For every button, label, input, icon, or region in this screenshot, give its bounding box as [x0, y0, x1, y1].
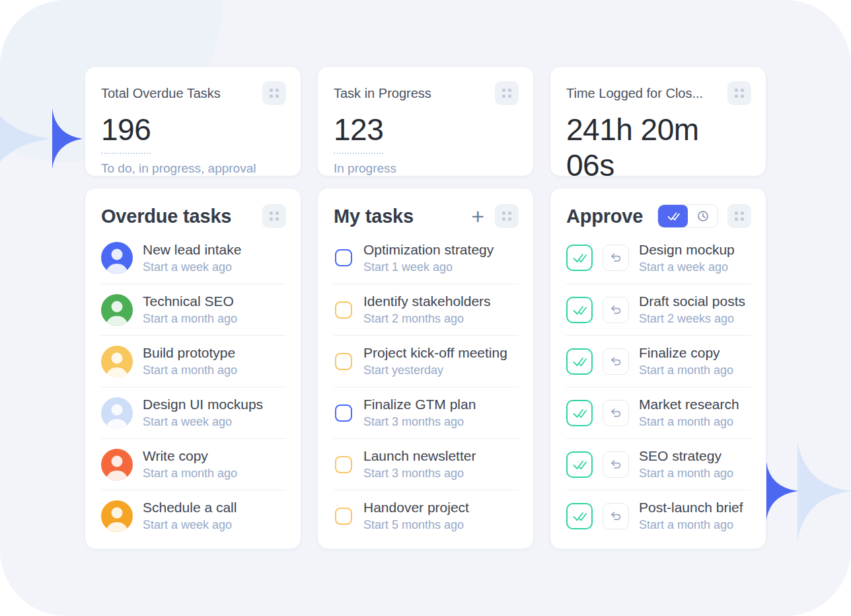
overdue-tasks-card: Overdue tasks New lead intake Start a we…: [85, 188, 301, 549]
stat-card-time-logged: Time Logged for Clos... 241h 20m 06s Com…: [550, 66, 766, 176]
task-start: Start 5 months ago: [363, 518, 469, 532]
return-button[interactable]: [603, 503, 629, 529]
task-title: Optimization strategy: [363, 242, 494, 258]
stat-value: 196: [101, 112, 151, 154]
task-row[interactable]: New lead intake Start a week ago: [101, 232, 286, 284]
undo-icon: [609, 406, 622, 420]
grid-handle-icon[interactable]: [262, 81, 286, 105]
task-title: Finalize GTM plan: [363, 397, 476, 412]
stat-card-total-overdue: Total Overdue Tasks 196 To do, in progre…: [85, 66, 301, 176]
task-checkbox[interactable]: [335, 249, 352, 266]
task-title: Project kick-off meeting: [363, 345, 507, 361]
task-title: Schedule a call: [143, 500, 237, 516]
task-checkbox[interactable]: [335, 353, 352, 370]
task-start: Start a month ago: [143, 312, 237, 326]
task-title: Draft social posts: [639, 293, 745, 309]
task-row[interactable]: Market research Start a month ago: [566, 387, 751, 438]
approve-button[interactable]: [566, 297, 593, 323]
filter-approved-button[interactable]: [658, 205, 688, 227]
task-start: Start 2 months ago: [363, 312, 491, 326]
stat-title: Task in Progress: [334, 81, 431, 105]
double-check-icon: [572, 356, 587, 367]
double-check-icon: [572, 407, 587, 419]
approve-button[interactable]: [566, 348, 593, 375]
filter-pending-button[interactable]: [688, 205, 718, 227]
task-title: SEO strategy: [639, 448, 733, 464]
task-title: Launch newsletter: [363, 448, 476, 464]
task-start: Start a month ago: [639, 415, 739, 429]
task-row[interactable]: Finalize copy Start a month ago: [566, 335, 751, 387]
task-checkbox[interactable]: [335, 404, 352, 422]
task-start: Start 3 months ago: [363, 467, 476, 481]
grid-handle-icon[interactable]: [727, 204, 751, 228]
task-row[interactable]: Design UI mockups Start a week ago: [101, 387, 286, 438]
return-button[interactable]: [603, 245, 629, 271]
undo-icon: [609, 510, 622, 523]
assignee-avatar: [101, 449, 133, 481]
approve-card: Approve: [550, 188, 766, 549]
approve-button[interactable]: [566, 451, 593, 478]
return-button[interactable]: [603, 348, 629, 375]
task-row[interactable]: Schedule a call Start a week ago: [101, 490, 286, 541]
task-title: Design mockup: [639, 242, 735, 258]
undo-icon: [609, 251, 622, 264]
task-start: Start 1 week ago: [363, 260, 494, 274]
stat-value: 123: [334, 112, 383, 154]
task-row[interactable]: Handover project Start 5 months ago: [334, 490, 519, 541]
add-task-button[interactable]: +: [470, 205, 486, 227]
task-row[interactable]: Design mockup Start a week ago: [566, 232, 751, 284]
task-title: Market research: [639, 397, 739, 412]
task-title: Technical SEO: [143, 293, 237, 309]
return-button[interactable]: [603, 451, 629, 478]
task-start: Start a month ago: [143, 364, 237, 377]
approve-button[interactable]: [566, 245, 593, 271]
task-start: Start a month ago: [639, 518, 743, 532]
undo-icon: [609, 355, 622, 368]
task-checkbox[interactable]: [335, 456, 352, 473]
grid-handle-icon[interactable]: [495, 204, 519, 228]
assignee-avatar: [101, 397, 133, 429]
approve-button[interactable]: [566, 400, 593, 426]
double-check-icon: [572, 252, 587, 264]
approve-filter-toggle: [657, 204, 718, 228]
task-start: Start a month ago: [639, 364, 733, 377]
approve-button[interactable]: [566, 503, 593, 529]
assignee-avatar: [101, 294, 133, 326]
task-row[interactable]: Project kick-off meeting Start yesterday: [334, 335, 519, 387]
stat-subtitle: In progress: [334, 161, 519, 176]
task-start: Start a month ago: [143, 467, 237, 481]
grid-handle-icon[interactable]: [262, 204, 286, 228]
task-row[interactable]: Post-launch brief Start a month ago: [566, 490, 751, 541]
stat-title: Total Overdue Tasks: [101, 81, 221, 105]
task-row[interactable]: Write copy Start a month ago: [101, 438, 286, 490]
task-row[interactable]: Launch newsletter Start 3 months ago: [334, 438, 519, 490]
task-row[interactable]: SEO strategy Start a month ago: [566, 438, 751, 490]
task-row[interactable]: Optimization strategy Start 1 week ago: [334, 232, 519, 284]
assignee-avatar: [101, 242, 133, 274]
task-title: Handover project: [363, 500, 469, 516]
return-button[interactable]: [603, 400, 629, 426]
card-title: Approve: [566, 206, 657, 227]
grid-handle-icon[interactable]: [495, 81, 519, 105]
task-row[interactable]: Build prototype Start a month ago: [101, 335, 286, 387]
dashboard-page: Total Overdue Tasks 196 To do, in progre…: [0, 0, 851, 616]
task-row[interactable]: Technical SEO Start a month ago: [101, 284, 286, 335]
task-checkbox[interactable]: [335, 508, 352, 525]
task-start: Start 2 weeks ago: [639, 312, 745, 326]
my-task-list: Optimization strategy Start 1 week ago I…: [318, 232, 533, 541]
card-title: Overdue tasks: [101, 206, 262, 227]
double-check-icon: [572, 304, 587, 316]
task-row[interactable]: Draft social posts Start 2 weeks ago: [566, 284, 751, 335]
task-checkbox[interactable]: [335, 301, 352, 319]
task-row[interactable]: Identify stakeholders Start 2 months ago: [334, 284, 519, 335]
stat-card-in-progress: Task in Progress 123 In progress: [317, 66, 534, 176]
stat-value: 241h 20m 06s: [566, 112, 751, 176]
double-check-icon: [667, 211, 680, 221]
task-row[interactable]: Finalize GTM plan Start 3 months ago: [334, 387, 519, 438]
undo-icon: [609, 303, 622, 317]
grid-handle-icon[interactable]: [727, 81, 751, 105]
return-button[interactable]: [603, 297, 629, 323]
task-title: Build prototype: [143, 345, 237, 361]
task-start: Start a week ago: [143, 260, 241, 274]
double-check-icon: [572, 459, 587, 471]
